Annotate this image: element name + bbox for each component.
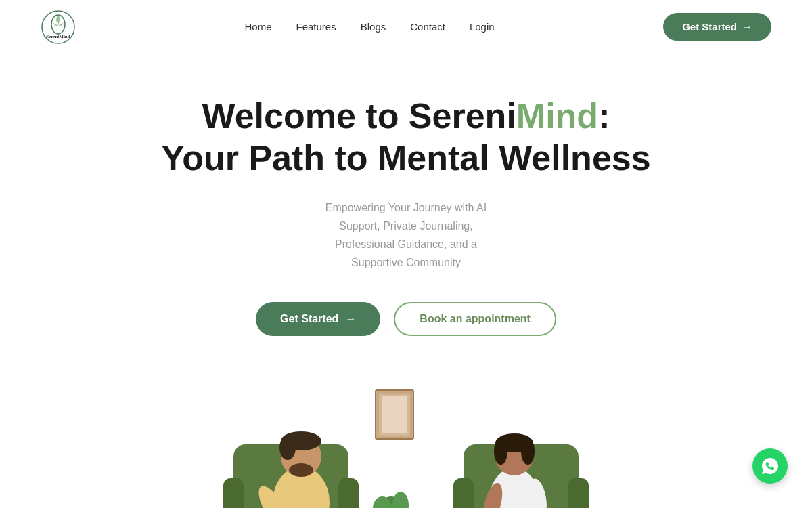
hero-title-mind: Mind (516, 96, 598, 135)
nav-get-started-button[interactable]: Get Started → (663, 13, 771, 41)
svg-point-33 (494, 438, 508, 465)
hero-illustration (0, 377, 812, 508)
navbar: SereniMind Home Features Blogs Contact L… (0, 0, 812, 54)
nav-blogs[interactable]: Blogs (361, 21, 386, 33)
hero-subtitle: Empowering Your Journey with AI Support,… (14, 198, 798, 272)
logo-icon: SereniMind (41, 9, 76, 45)
svg-rect-8 (223, 478, 244, 508)
nav-features[interactable]: Features (296, 21, 336, 33)
nav-links: Home Features Blogs Contact Login (244, 21, 494, 33)
hero-title-part1: Welcome to Sereni (202, 96, 516, 135)
nav-login[interactable]: Login (470, 21, 495, 33)
hero-title: Welcome to SereniMind: Your Path to Ment… (14, 95, 798, 179)
svg-text:SereniMind: SereniMind (46, 34, 70, 39)
svg-rect-28 (453, 478, 474, 508)
hero-book-appointment-button[interactable]: Book an appointment (394, 302, 556, 336)
hero-section: Welcome to SereniMind: Your Path to Ment… (0, 54, 812, 363)
svg-point-21 (392, 492, 409, 508)
whatsapp-fab-button[interactable] (752, 448, 788, 484)
arrow-right-icon: → (345, 313, 356, 325)
hero-title-line2: Your Path to Mental Wellness (161, 138, 650, 177)
therapy-scene-svg (176, 383, 636, 508)
svg-point-13 (279, 436, 296, 460)
hero-get-started-button[interactable]: Get Started → (256, 302, 380, 336)
svg-rect-5 (382, 396, 407, 433)
svg-rect-9 (338, 478, 359, 508)
svg-rect-29 (568, 478, 589, 508)
hero-buttons: Get Started → Book an appointment (14, 302, 798, 336)
svg-point-34 (521, 438, 535, 465)
whatsapp-icon (761, 457, 780, 475)
svg-point-14 (289, 463, 313, 477)
nav-home[interactable]: Home (244, 21, 271, 33)
logo[interactable]: SereniMind (41, 9, 76, 45)
nav-contact[interactable]: Contact (410, 21, 445, 33)
arrow-right-icon: → (742, 21, 752, 33)
